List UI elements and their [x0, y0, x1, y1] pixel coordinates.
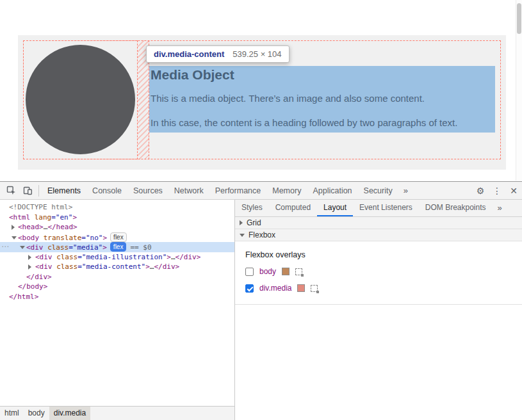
- expand-arrow-icon[interactable]: [12, 225, 15, 230]
- expand-arrow-icon: [240, 220, 243, 225]
- tab-sources[interactable]: Sources: [127, 182, 168, 199]
- div-media-overlay-checkbox[interactable]: [245, 284, 254, 293]
- tree-node-media-illustration[interactable]: <div class="media-illustration">…</div>: [0, 252, 234, 262]
- console-reference: == $0: [130, 243, 151, 252]
- tag-close: >: [102, 234, 107, 242]
- tab-elements[interactable]: Elements: [42, 182, 86, 199]
- attr-name: class: [56, 262, 77, 271]
- tree-node-body-close[interactable]: </body>: [0, 282, 234, 292]
- tag-close: </head>: [47, 223, 77, 231]
- media-paragraph-2: In this case, the content is a heading f…: [151, 117, 495, 128]
- tag-close: >: [72, 213, 77, 222]
- flex-badge[interactable]: flex: [110, 232, 127, 242]
- tree-node-html-open[interactable]: <html lang="en">: [0, 213, 234, 223]
- tab-network[interactable]: Network: [168, 182, 209, 199]
- breadcrumb-html[interactable]: html: [0, 407, 24, 420]
- tab-styles[interactable]: Styles: [235, 200, 269, 216]
- tag-end: </body>: [18, 282, 47, 291]
- scrollbar-thumb-icon[interactable]: [517, 3, 521, 34]
- tab-application[interactable]: Application: [307, 182, 357, 199]
- flexbox-overlays-section: Flexbox overlays body div.media: [235, 241, 522, 305]
- page-scrollbar[interactable]: [516, 0, 522, 181]
- overlay-frame-icon: [295, 268, 302, 275]
- breadcrumb: html body div.media: [0, 406, 235, 420]
- tree-node-html-close[interactable]: </html>: [0, 292, 234, 302]
- elements-tree: <!DOCTYPE html> <html lang="en"> <head>……: [0, 200, 235, 420]
- expand-arrow-icon[interactable]: [28, 264, 31, 270]
- tag-open: <body: [18, 234, 44, 242]
- settings-gear-icon[interactable]: ⚙: [472, 182, 489, 199]
- grid-section-header[interactable]: Grid: [235, 217, 522, 229]
- overlay-row-div-media: div.media: [245, 284, 512, 293]
- flexbox-section-header[interactable]: Flexbox: [235, 229, 522, 241]
- tab-performance[interactable]: Performance: [209, 182, 267, 199]
- flexbox-overlays-title: Flexbox overlays: [245, 250, 512, 259]
- devtools-window: Media Object This is a media object. The…: [0, 0, 522, 420]
- inspect-tooltip: div.media-content 539.25 × 104: [146, 45, 290, 63]
- collapsed-content: …: [171, 253, 175, 261]
- tag-open: <head>: [18, 223, 44, 231]
- tab-console[interactable]: Console: [86, 182, 127, 199]
- attr-name: class: [47, 243, 69, 252]
- expand-arrow-icon[interactable]: [28, 255, 31, 260]
- attr-value: ="en": [51, 213, 72, 222]
- media-illustration-box: [23, 40, 138, 159]
- devtools-panel: Elements Console Sources Network Perform…: [0, 181, 522, 420]
- tag-close: >: [145, 262, 150, 271]
- collapse-arrow-icon: [240, 234, 245, 237]
- body-overlay-checkbox[interactable]: [245, 268, 254, 276]
- tab-event-listeners[interactable]: Event Listeners: [353, 200, 419, 216]
- tag-open: <div: [35, 253, 56, 261]
- attr-value: ="media-illustration": [77, 253, 167, 261]
- tab-computed[interactable]: Computed: [269, 200, 317, 216]
- attr-value: ="media-content": [77, 262, 145, 271]
- overlay-label[interactable]: body: [259, 267, 276, 276]
- tag-end: </div>: [26, 273, 52, 281]
- device-toolbar-icon[interactable]: [19, 182, 36, 199]
- tag-open: <html: [9, 213, 35, 222]
- breadcrumb-body[interactable]: body: [24, 407, 49, 420]
- tab-dom-breakpoints[interactable]: DOM Breakpoints: [419, 200, 493, 216]
- tree-node-div-media[interactable]: ⋯<div class="media">flex== $0: [0, 242, 234, 252]
- tree-node-body-open[interactable]: <body translate="no">flex: [0, 232, 234, 243]
- tab-security[interactable]: Security: [358, 182, 398, 199]
- more-tabs-icon[interactable]: »: [398, 182, 413, 199]
- attr-name: class: [56, 253, 77, 261]
- flexbox-section-label: Flexbox: [249, 230, 275, 239]
- tree-node-doctype[interactable]: <!DOCTYPE html>: [0, 202, 234, 213]
- attr-value: ="media": [69, 243, 102, 252]
- overlay-color-swatch[interactable]: [282, 268, 290, 275]
- browser-viewport: Media Object This is a media object. The…: [0, 0, 522, 181]
- grid-section-label: Grid: [247, 218, 261, 227]
- sidebar-tabs: Styles Computed Layout Event Listeners D…: [235, 200, 522, 217]
- overlay-frame-icon: [311, 285, 318, 292]
- more-sidebar-tabs-icon[interactable]: »: [493, 200, 507, 216]
- overlay-label[interactable]: div.media: [259, 284, 291, 293]
- tag-end: </div>: [175, 253, 201, 261]
- close-devtools-icon[interactable]: ✕: [505, 182, 522, 199]
- tree-node-div-close[interactable]: </div>: [0, 272, 234, 282]
- overlay-row-body: body: [245, 267, 512, 276]
- tree-node-head[interactable]: <head>…</head>: [0, 222, 234, 232]
- tooltip-dimensions: 539.25 × 104: [232, 49, 281, 59]
- tree-node-media-content[interactable]: <div class="media-content">…</div>: [0, 262, 234, 272]
- tab-layout[interactable]: Layout: [317, 200, 353, 216]
- more-actions-icon[interactable]: ⋯: [1, 242, 9, 252]
- overlay-color-swatch[interactable]: [297, 284, 305, 292]
- kebab-menu-icon[interactable]: ⋮: [489, 182, 505, 199]
- breadcrumb-div-media[interactable]: div.media: [49, 407, 90, 420]
- elements-sidebar: Styles Computed Layout Event Listeners D…: [235, 200, 522, 420]
- attr-name: lang: [35, 213, 52, 222]
- inspect-element-icon[interactable]: [3, 182, 19, 199]
- collapse-arrow-icon[interactable]: [12, 236, 17, 239]
- tag-close: >: [167, 253, 171, 261]
- devtools-toolbar: Elements Console Sources Network Perform…: [0, 182, 522, 200]
- media-illustration-circle: [26, 45, 135, 154]
- media-content-highlight: Media Object This is a media object. The…: [149, 66, 495, 133]
- flex-badge-active[interactable]: flex: [110, 242, 127, 252]
- tab-memory[interactable]: Memory: [266, 182, 307, 199]
- tooltip-selector: div.media-content: [154, 49, 224, 59]
- tag-end: </div>: [154, 262, 179, 271]
- collapse-arrow-icon[interactable]: [20, 246, 25, 249]
- tag-close: >: [102, 243, 107, 252]
